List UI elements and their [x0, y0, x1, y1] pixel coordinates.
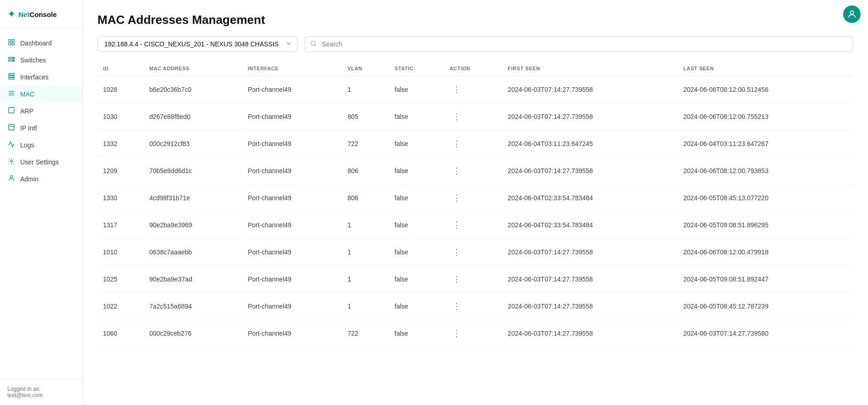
device-select[interactable]: 192.168.4.4 - CISCO_NEXUS_201 - NEXUS 30…	[97, 36, 297, 52]
sidebar-item-ip-intf[interactable]: IP Intf	[0, 119, 82, 136]
cell-vlan: 1	[342, 76, 389, 103]
cell-action[interactable]: ⋮	[444, 212, 503, 239]
row-action-button[interactable]: ⋮	[450, 84, 463, 96]
user-avatar[interactable]	[843, 6, 861, 23]
col-action: ACTION	[444, 61, 503, 76]
row-action-button[interactable]: ⋮	[450, 327, 463, 339]
table-wrapper: ID MAC ADDRESS INTERFACE VLAN STATIC ACT…	[97, 61, 853, 347]
col-id: ID	[97, 61, 144, 76]
svg-point-18	[10, 176, 12, 178]
cell-interface: Port-channel49	[242, 320, 342, 347]
logo-icon: ✦	[7, 8, 16, 20]
cell-last-seen: 2024-06-06T08:12:00.793853	[678, 158, 853, 185]
sidebar-item-user-settings[interactable]: User Settings	[0, 153, 82, 170]
cell-interface: Port-channel49	[242, 266, 342, 293]
col-vlan: VLAN	[342, 61, 389, 76]
row-action-button[interactable]: ⋮	[450, 111, 463, 123]
cell-first-seen: 2024-06-03T07:14:27.739558	[502, 103, 678, 130]
cell-action[interactable]: ⋮	[444, 185, 503, 212]
cell-mac-address: 90e2ba9e3969	[144, 212, 242, 239]
svg-point-6	[13, 58, 14, 59]
svg-line-20	[315, 45, 316, 46]
cell-mac-address: 7a2c515a6894	[144, 293, 242, 320]
mac-table: ID MAC ADDRESS INTERFACE VLAN STATIC ACT…	[97, 61, 853, 347]
sidebar-item-switches[interactable]: Switches	[0, 51, 82, 68]
sidebar-item-admin[interactable]: Admin	[0, 170, 82, 187]
search-input[interactable]	[305, 36, 853, 52]
svg-rect-9	[9, 76, 14, 77]
cell-interface: Port-channel49	[242, 103, 342, 130]
dashboard-icon	[7, 39, 16, 47]
svg-point-7	[13, 60, 14, 61]
cell-interface: Port-channel49	[242, 212, 342, 239]
sidebar-item-arp[interactable]: ARP	[0, 102, 82, 119]
sidebar-item-interfaces[interactable]: Interfaces	[0, 68, 82, 85]
table-row: 1025 90e2ba9e37ad Port-channel49 1 false…	[97, 266, 853, 293]
arp-icon	[7, 107, 16, 115]
row-action-button[interactable]: ⋮	[450, 165, 463, 177]
toolbar: 192.168.4.4 - CISCO_NEXUS_201 - NEXUS 30…	[97, 36, 853, 52]
col-first-seen: FIRST SEEN	[502, 61, 678, 76]
user-settings-icon	[7, 158, 16, 166]
page-title: MAC Addresses Management	[97, 13, 853, 27]
svg-rect-3	[12, 43, 14, 45]
sidebar-item-interfaces-label: Interfaces	[20, 73, 48, 81]
cell-action[interactable]: ⋮	[444, 266, 503, 293]
row-action-button[interactable]: ⋮	[450, 300, 463, 312]
cell-vlan: 806	[342, 158, 389, 185]
cell-action[interactable]: ⋮	[444, 103, 503, 130]
sidebar-item-admin-label: Admin	[20, 175, 39, 183]
cell-action[interactable]: ⋮	[444, 320, 503, 347]
col-last-seen: LAST SEEN	[678, 61, 853, 76]
cell-action[interactable]: ⋮	[444, 239, 503, 266]
sidebar: ✦ NetConsole Dashboard Switches Interfac…	[0, 0, 83, 405]
cell-first-seen: 2024-06-03T07:14:27.739558	[502, 293, 678, 320]
sidebar-item-mac[interactable]: MAC	[0, 85, 82, 102]
cell-id: 1022	[97, 293, 144, 320]
sidebar-item-dashboard-label: Dashboard	[20, 39, 52, 47]
svg-rect-0	[9, 39, 11, 42]
table-row: 1028 b6e20c36b7c0 Port-channel49 1 false…	[97, 76, 853, 103]
cell-id: 1209	[97, 158, 144, 185]
sidebar-item-dashboard[interactable]: Dashboard	[0, 34, 82, 51]
cell-vlan: 806	[342, 185, 389, 212]
cell-mac-address: 0638c7aaaebb	[144, 239, 242, 266]
table-header: ID MAC ADDRESS INTERFACE VLAN STATIC ACT…	[97, 61, 853, 76]
cell-last-seen: 2024-06-03T07:14:27.739580	[678, 320, 853, 347]
interfaces-icon	[7, 73, 16, 81]
cell-first-seen: 2024-06-03T07:14:27.739558	[502, 266, 678, 293]
cell-first-seen: 2024-06-03T07:14:27.739558	[502, 76, 678, 103]
cell-static: false	[389, 158, 444, 185]
svg-rect-14	[9, 107, 14, 113]
col-mac-address: MAC ADDRESS	[144, 61, 242, 76]
row-action-button[interactable]: ⋮	[450, 273, 463, 285]
svg-rect-1	[12, 39, 14, 42]
table-row: 1330 4cd98f31b71e Port-channel49 806 fal…	[97, 185, 853, 212]
main-content-area: MAC Addresses Management 192.168.4.4 - C…	[83, 0, 868, 405]
main-content: MAC Addresses Management 192.168.4.4 - C…	[83, 0, 868, 405]
cell-first-seen: 2024-06-03T07:14:27.739558	[502, 320, 678, 347]
cell-static: false	[389, 103, 444, 130]
cell-vlan: 1	[342, 239, 389, 266]
cell-action[interactable]: ⋮	[444, 76, 503, 103]
row-action-button[interactable]: ⋮	[450, 219, 463, 231]
row-action-button[interactable]: ⋮	[450, 192, 463, 204]
cell-first-seen: 2024-06-03T07:14:27.739558	[502, 158, 678, 185]
cell-static: false	[389, 320, 444, 347]
cell-last-seen: 2024-06-04T03:11:23.647267	[678, 130, 853, 158]
row-action-button[interactable]: ⋮	[450, 138, 463, 150]
cell-action[interactable]: ⋮	[444, 293, 503, 320]
cell-static: false	[389, 266, 444, 293]
cell-id: 1332	[97, 130, 144, 158]
cell-mac-address: b6e20c36b7c0	[144, 76, 242, 103]
cell-action[interactable]: ⋮	[444, 130, 503, 158]
cell-interface: Port-channel49	[242, 76, 342, 103]
mac-icon	[7, 90, 16, 98]
cell-id: 1010	[97, 239, 144, 266]
row-action-button[interactable]: ⋮	[450, 246, 463, 258]
cell-last-seen: 2024-06-05T08:45:13.077220	[678, 185, 853, 212]
cell-first-seen: 2024-06-04T02:33:54.783484	[502, 212, 678, 239]
cell-action[interactable]: ⋮	[444, 158, 503, 185]
sidebar-item-logs[interactable]: Logs	[0, 136, 82, 153]
cell-vlan: 1	[342, 212, 389, 239]
